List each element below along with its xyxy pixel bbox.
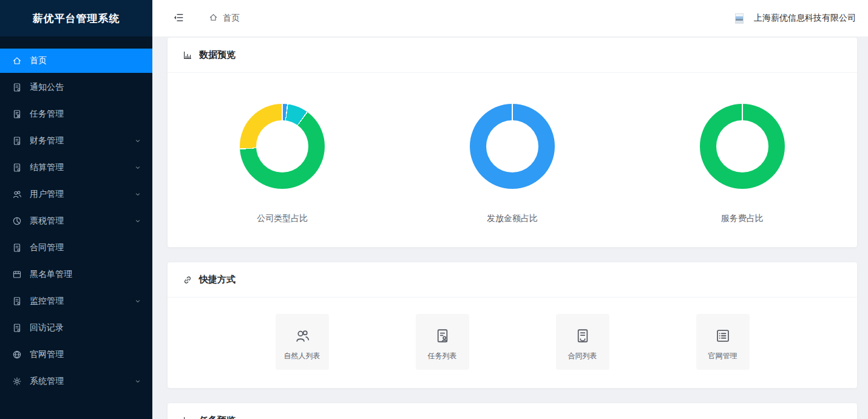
gear-icon (12, 376, 22, 386)
doc-badge-icon (12, 243, 22, 253)
sidebar-item-label: 黑名单管理 (30, 269, 72, 280)
shortcut-label: 合同列表 (568, 351, 597, 361)
main-content: 数据预览 公司类型占比发放金额占比服务费占比 快捷方式 自然人列表任务列表合同列… (152, 36, 868, 419)
sidebar-item-website[interactable]: 官网管理 (0, 342, 152, 367)
doc-badge-icon (12, 83, 22, 92)
doc-person-icon (435, 328, 450, 344)
shortcut-natural-person-list[interactable]: 自然人列表 (276, 314, 329, 370)
donut-chart-0: 公司类型占比 (168, 104, 398, 224)
sidebar-item-label: 用户管理 (30, 189, 64, 200)
sidebar-item-label: 财务管理 (30, 135, 64, 146)
contract-icon (575, 328, 591, 344)
sidebar-collapse-button[interactable] (173, 12, 184, 25)
chevron-down-icon (134, 137, 141, 145)
task-preview-card: 任务预览 (168, 403, 857, 419)
sidebar: 薪优平台管理系统 首页通知公告任务管理财务管理结算管理用户管理票税管理合同管理黑… (0, 0, 152, 419)
sidebar-item-settlement[interactable]: 结算管理 (0, 155, 152, 180)
donut-ring (700, 104, 785, 189)
sidebar-item-label: 监控管理 (30, 296, 64, 307)
sidebar-item-label: 任务管理 (30, 109, 64, 120)
bar-chart-icon (183, 416, 192, 419)
users-icon (12, 189, 22, 199)
donut-ring (470, 104, 555, 189)
sidebar-item-label: 票税管理 (30, 216, 64, 227)
topbar: 首页 上海薪优信息科技有限公司 (152, 0, 868, 36)
sidebar-item-notices[interactable]: 通知公告 (0, 75, 152, 100)
chart-label: 发放金额占比 (487, 213, 538, 224)
shortcut-task-list[interactable]: 任务列表 (416, 314, 469, 370)
shortcut-label: 官网管理 (708, 351, 737, 361)
fold-icon (173, 12, 184, 23)
sidebar-item-tax[interactable]: 票税管理 (0, 209, 152, 233)
sidebar-item-finance[interactable]: 财务管理 (0, 129, 152, 153)
sidebar-item-followup[interactable]: 回访记录 (0, 316, 152, 340)
chart-label: 服务费占比 (721, 213, 764, 224)
sidebar-item-label: 回访记录 (30, 322, 64, 333)
sidebar-menu: 首页通知公告任务管理财务管理结算管理用户管理票税管理合同管理黑名单管理监控管理回… (0, 36, 152, 393)
sidebar-item-tasks[interactable]: 任务管理 (0, 102, 152, 126)
chevron-down-icon (134, 298, 141, 305)
sidebar-item-label: 系统管理 (30, 376, 64, 387)
bar-chart-icon (183, 50, 192, 60)
donut-chart-2: 服务费占比 (627, 104, 857, 224)
charts-row: 公司类型占比发放金额占比服务费占比 (168, 73, 857, 247)
doc-badge-icon (12, 163, 22, 172)
data-preview-title: 数据预览 (199, 49, 236, 61)
sidebar-item-home[interactable]: 首页 (0, 49, 152, 73)
table-icon (12, 270, 22, 279)
chevron-down-icon (134, 191, 141, 198)
shortcuts-row: 自然人列表任务列表合同列表官网管理 (168, 298, 857, 388)
sidebar-item-contracts[interactable]: 合同管理 (0, 236, 152, 260)
chart-label: 公司类型占比 (257, 213, 308, 224)
sidebar-item-system[interactable]: 系统管理 (0, 369, 152, 393)
shortcut-contract-list[interactable]: 合同列表 (556, 314, 609, 370)
data-preview-card: 数据预览 公司类型占比发放金额占比服务费占比 (168, 38, 857, 247)
breadcrumb-home-label: 首页 (223, 13, 240, 24)
doc-person-icon (12, 109, 22, 119)
data-preview-header: 数据预览 (168, 38, 857, 73)
shortcut-website-admin[interactable]: 官网管理 (696, 314, 750, 370)
task-preview-title: 任务预览 (199, 415, 236, 419)
chevron-down-icon (134, 217, 141, 225)
sidebar-item-label: 结算管理 (30, 162, 64, 173)
doc-badge-icon (12, 323, 22, 333)
donut-ring (240, 104, 325, 189)
home-icon (12, 56, 22, 66)
sidebar-item-monitoring[interactable]: 监控管理 (0, 289, 152, 313)
sidebar-item-blacklist[interactable]: 黑名单管理 (0, 262, 152, 287)
shortcut-label: 自然人列表 (284, 351, 320, 361)
sidebar-item-label: 通知公告 (30, 82, 64, 93)
list-square-icon (715, 328, 731, 344)
user-menu[interactable]: 上海薪优信息科技有限公司 (735, 13, 856, 24)
breadcrumb[interactable]: 首页 (209, 13, 240, 24)
sidebar-item-label: 首页 (30, 55, 47, 66)
home-icon (209, 13, 218, 22)
user-avatar (735, 13, 744, 24)
doc-badge-icon (12, 136, 22, 146)
doc-badge-icon (12, 296, 22, 306)
pie-icon (12, 216, 22, 226)
task-preview-header: 任务预览 (168, 403, 857, 419)
link-icon (183, 275, 192, 285)
app-title: 薪优平台管理系统 (0, 0, 152, 36)
company-name: 上海薪优信息科技有限公司 (754, 13, 856, 24)
shortcuts-header: 快捷方式 (168, 262, 857, 298)
chevron-down-icon (134, 378, 141, 385)
sidebar-item-users[interactable]: 用户管理 (0, 182, 152, 206)
shortcuts-card: 快捷方式 自然人列表任务列表合同列表官网管理 (168, 262, 857, 388)
users-big-icon (294, 328, 310, 344)
donut-chart-1: 发放金额占比 (398, 104, 628, 224)
shortcuts-title: 快捷方式 (199, 274, 236, 285)
shortcut-label: 任务列表 (428, 351, 457, 361)
chevron-down-icon (134, 164, 141, 171)
sidebar-item-label: 合同管理 (30, 242, 64, 253)
globe-icon (12, 350, 22, 359)
sidebar-item-label: 官网管理 (30, 349, 64, 360)
